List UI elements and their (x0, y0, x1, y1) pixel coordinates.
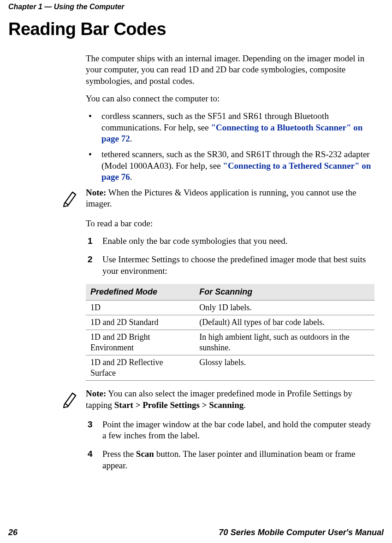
step-text: Enable only the bar code symbologies tha… (102, 236, 288, 246)
note-text-post: . (244, 400, 246, 410)
table-cell: (Default) All types of bar code labels. (195, 315, 374, 330)
table-row: 1D and 2D Standard (Default) All types o… (86, 315, 374, 330)
step-strong: Scan (136, 449, 154, 459)
manual-title: 70 Series Mobile Computer User's Manual (219, 528, 384, 537)
table-cell: Glossy labels. (195, 355, 374, 381)
page-title: Reading Bar Codes (8, 19, 392, 39)
procedure-intro: To read a bar code: (86, 218, 374, 229)
bullet-text-post: . (130, 172, 132, 182)
step-item: Press the Scan button. The laser pointer… (86, 449, 374, 471)
running-header: Chapter 1 — Using the Computer (0, 0, 392, 11)
table-cell: 1D (86, 301, 195, 315)
bullet-item: tethered scanners, such as the SR30, and… (86, 149, 374, 183)
step-item: Use Intermec Settings to choose the pred… (86, 254, 374, 277)
bullet-item: cordless scanners, such as the SF51 and … (86, 111, 374, 144)
step-text-pre: Press the (102, 449, 136, 459)
predefined-mode-table: Predefined Mode For Scanning 1D Only 1D … (86, 284, 374, 381)
step-item: Point the imager window at the bar code … (86, 419, 374, 442)
table-cell: 1D and 2D Standard (86, 315, 195, 330)
bullet-text-post: . (130, 134, 132, 143)
step-item: Enable only the bar code symbologies tha… (86, 236, 374, 247)
table-cell: Only 1D labels. (195, 301, 374, 315)
note-block: Note: When the Pictures & Videos applica… (86, 187, 374, 210)
note-text: When the Pictures & Videos application i… (86, 188, 356, 208)
pencil-icon (60, 188, 80, 207)
table-header: For Scanning (195, 284, 374, 301)
table-cell: In high ambient light, such as outdoors … (195, 330, 374, 355)
table-header: Predefined Mode (86, 284, 195, 301)
table-cell: 1D and 2D Reflective Surface (86, 355, 195, 381)
table-cell: 1D and 2D Bright Environment (86, 330, 195, 355)
note-label: Note: (86, 188, 106, 197)
step-text: Use Intermec Settings to choose the pred… (102, 254, 366, 275)
page-number: 26 (8, 528, 18, 537)
table-row: 1D and 2D Bright Environment In high amb… (86, 330, 374, 355)
table-row: 1D and 2D Reflective Surface Glossy labe… (86, 355, 374, 381)
table-row: 1D Only 1D labels. (86, 301, 374, 315)
intro-paragraph-2: You can also connect the computer to: (86, 93, 374, 104)
intro-paragraph-1: The computer ships with an internal imag… (86, 53, 374, 87)
step-text: Point the imager window at the bar code … (102, 419, 371, 440)
note-label: Note: (86, 389, 106, 398)
pencil-icon (60, 389, 80, 408)
note-block: Note: You can also select the imager pre… (86, 388, 374, 411)
note-strong: Start > Profile Settings > Scanning (114, 400, 244, 410)
